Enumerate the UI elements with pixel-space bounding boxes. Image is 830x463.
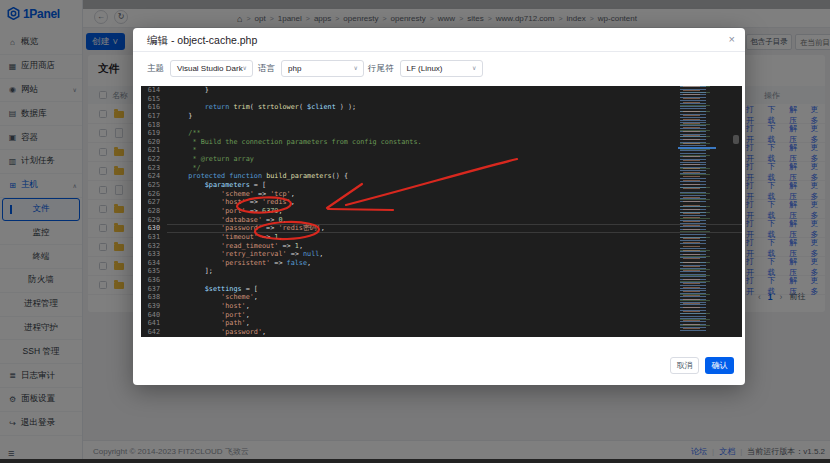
language-select[interactable]: php∨: [281, 60, 364, 77]
line-number: 630: [141, 224, 167, 233]
code-line: 'scheme' => 'tcp',: [167, 190, 742, 199]
code-line: ];: [167, 267, 742, 276]
line-number: 629: [141, 216, 167, 225]
code-line: 'port',: [167, 311, 742, 320]
minimap[interactable]: [678, 86, 716, 337]
line-number: 637: [141, 285, 167, 294]
line-number: 619: [141, 129, 167, 138]
line-number: 624: [141, 172, 167, 181]
line-number: 640: [141, 311, 167, 320]
line-number: 634: [141, 259, 167, 268]
line-number: 625: [141, 181, 167, 190]
code-line: protected function build_parameters() {: [167, 172, 742, 181]
modal-title: 编辑 - object-cache.php: [147, 34, 257, 48]
chevron-down-icon: ∨: [472, 61, 476, 76]
code-line: 'password' => 'redis密码',: [167, 224, 742, 233]
line-number: 615: [141, 95, 167, 104]
code-line: 'port' => 6379,: [167, 207, 742, 216]
confirm-button[interactable]: 确认: [705, 357, 734, 374]
eol-select[interactable]: LF (Linux)∨: [400, 60, 483, 77]
code-line: 'host' => 'redis',: [167, 198, 742, 207]
line-number: 617: [141, 112, 167, 121]
code-line: 'scheme',: [167, 293, 742, 302]
line-number: 618: [141, 121, 167, 130]
app-screen: 1Panel ⌂概览▦应用商店◉网站∨▤数据库▣容器▥计划任务⊞主机∧文件监控终…: [0, 0, 830, 463]
code-line: return trim( strtolower( $client ) );: [167, 103, 742, 112]
code-line: [167, 121, 742, 130]
code-line: 'retry_interval' => null,: [167, 250, 742, 259]
chevron-down-icon: ∨: [243, 61, 247, 76]
code-line: }: [167, 112, 742, 121]
code-line: 'password',: [167, 328, 742, 337]
line-number: 631: [141, 233, 167, 242]
line-number: 623: [141, 164, 167, 173]
line-number: 633: [141, 250, 167, 259]
modal-header: 编辑 - object-cache.php ×: [133, 28, 745, 52]
modal-footer: 取消 确认: [670, 357, 734, 374]
code-line: 'host',: [167, 302, 742, 311]
line-number: 622: [141, 155, 167, 164]
code-line: $settings = [: [167, 285, 742, 294]
code-line: 'read_timeout' => 1,: [167, 242, 742, 251]
code-line: [167, 95, 742, 104]
line-number: 621: [141, 146, 167, 155]
code-line: 'path',: [167, 319, 742, 328]
line-number: 639: [141, 302, 167, 311]
line-number: 627: [141, 198, 167, 207]
code-line: $parameters = [: [167, 181, 742, 190]
eol-label: 行尾符: [368, 63, 394, 75]
code-line: /**: [167, 129, 742, 138]
code-line: *: [167, 146, 742, 155]
line-number: 635: [141, 267, 167, 276]
minimap-current-line: [678, 147, 716, 149]
line-number: 620: [141, 138, 167, 147]
line-number: 638: [141, 293, 167, 302]
theme-label: 主题: [147, 63, 164, 75]
line-number: 626: [141, 190, 167, 199]
line-number: 641: [141, 319, 167, 328]
line-number: 616: [141, 103, 167, 112]
code-line: */: [167, 164, 742, 173]
code-line: * Build the connection parameters from c…: [167, 138, 742, 147]
code-line: 'persistent' => false,: [167, 259, 742, 268]
close-icon[interactable]: ×: [729, 33, 735, 45]
code-editor[interactable]: 6146156166176186196206216226236246256266…: [141, 86, 742, 337]
gutter: 6146156166176186196206216226236246256266…: [141, 86, 167, 337]
code-lines: } return trim( strtolower( $client ) ); …: [167, 86, 742, 337]
line-number: 632: [141, 242, 167, 251]
editor-scrollbar[interactable]: [732, 86, 740, 337]
editor-settings-form: 主题 Visual Studio Dark∨ 语言 php∨ 行尾符 LF (L…: [133, 52, 745, 86]
line-number: 642: [141, 328, 167, 337]
cancel-button[interactable]: 取消: [670, 357, 699, 374]
code-line: * @return array: [167, 155, 742, 164]
scrollbar-thumb[interactable]: [733, 135, 739, 144]
line-number: 636: [141, 276, 167, 285]
language-label: 语言: [258, 63, 275, 75]
chevron-down-icon: ∨: [354, 61, 358, 76]
code-line: }: [167, 86, 742, 95]
edit-file-modal: 编辑 - object-cache.php × 主题 Visual Studio…: [133, 28, 745, 385]
line-number: 628: [141, 207, 167, 216]
line-number: 614: [141, 86, 167, 95]
code-line: [167, 276, 742, 285]
code-line: 'timeout' => 1,: [167, 233, 742, 242]
window-bottom-edge: [0, 459, 830, 463]
code-line: 'database' => 0,: [167, 216, 742, 225]
theme-select[interactable]: Visual Studio Dark∨: [170, 60, 253, 77]
